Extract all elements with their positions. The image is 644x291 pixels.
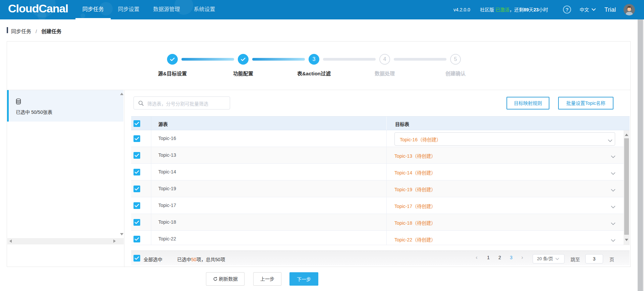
svg-text:?: ? [566,7,569,12]
